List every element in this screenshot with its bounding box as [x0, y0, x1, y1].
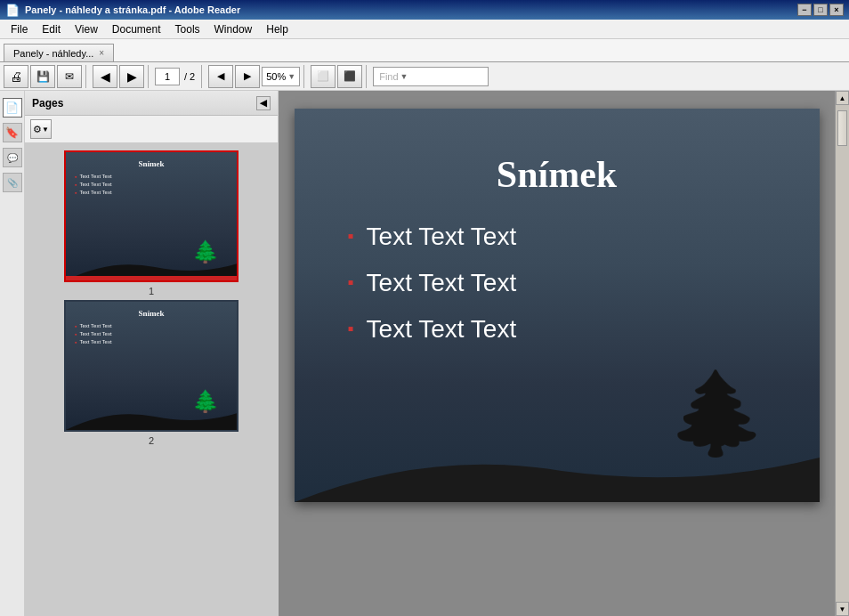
separator-5	[366, 65, 369, 88]
slide-title: Snímek	[295, 109, 820, 223]
page-number-input[interactable]	[155, 68, 180, 85]
toolbar: 🖨 💾 ✉ ◀ ▶ / 2 ◀ ▶ 50% ▼ ⬜ ⬛ Find ▼	[0, 62, 849, 91]
thumb-2-title: Snímek	[66, 302, 237, 318]
sidebar-collapse-button[interactable]: ◀	[256, 96, 271, 110]
thumb-2-bullet-3: Text Text Text	[75, 339, 228, 345]
page-thumb-1[interactable]: Snímek Text Text Text Text Text Text Tex…	[64, 150, 239, 296]
minimize-button[interactable]: −	[797, 4, 812, 16]
separator-3	[201, 65, 205, 88]
back-button[interactable]: ◀	[93, 65, 117, 88]
separator-2	[148, 65, 151, 88]
pdf-slide: Snímek ▪ Text Text Text ▪ Text Text Text…	[295, 109, 820, 502]
menu-window[interactable]: Window	[207, 21, 260, 37]
print-button[interactable]: 🖨	[4, 65, 28, 88]
menu-help[interactable]: Help	[259, 21, 295, 37]
thumb-2-bullets: Text Text Text Text Text Text Text Text …	[66, 318, 237, 353]
document-tab[interactable]: Panely - náhledy... ×	[4, 44, 114, 61]
sidebar-title: Pages	[32, 97, 63, 109]
thumb-1-bullets: Text Text Text Text Text Text Text Text …	[66, 168, 237, 203]
thumb-1-title: Snímek	[66, 152, 237, 168]
gear-icon: ⚙	[33, 124, 42, 135]
page-thumbnail-1[interactable]: Snímek Text Text Text Text Text Text Tex…	[64, 150, 239, 282]
slide-bullet-2: ▪ Text Text Text	[348, 269, 766, 297]
slide-bullet-3: ▪ Text Text Text	[348, 315, 766, 344]
tab-close-button[interactable]: ×	[99, 48, 104, 58]
bookmarks-panel-icon[interactable]: 🔖	[3, 123, 22, 142]
menu-view[interactable]: View	[68, 21, 105, 37]
save-button[interactable]: 💾	[30, 65, 55, 88]
window-controls: − □ ×	[797, 4, 844, 16]
zoom-out-button[interactable]: ◀	[208, 65, 233, 88]
slide-tree: 🌲	[667, 373, 766, 453]
pages-panel[interactable]: Snímek Text Text Text Text Text Text Tex…	[25, 143, 278, 616]
bullet-marker-2: ▪	[348, 272, 354, 293]
thumb-1-bullet-1: Text Text Text	[75, 174, 228, 180]
slide-bullet-1-text: Text Text Text	[367, 223, 517, 251]
left-panel-icons: 📄 🔖 💬 📎	[0, 91, 25, 616]
attachments-panel-icon[interactable]: 📎	[3, 173, 22, 192]
sidebar: Pages ◀ ⚙ ▼ Snímek Text Text Text Text T…	[25, 91, 279, 616]
close-button[interactable]: ×	[829, 4, 844, 16]
thumb-2-tree: 🌲	[192, 391, 219, 412]
separator-4	[303, 65, 307, 88]
email-button[interactable]: ✉	[57, 65, 82, 88]
slide-bullet-1: ▪ Text Text Text	[348, 223, 766, 251]
slide-bullet-2-text: Text Text Text	[367, 269, 517, 297]
vertical-scrollbar[interactable]: ▲ ▼	[835, 91, 849, 616]
menu-tools[interactable]: Tools	[168, 21, 207, 37]
scrollbar-down-button[interactable]: ▼	[836, 602, 849, 616]
zoom-in-button[interactable]: ▶	[235, 65, 260, 88]
main-view[interactable]: Snímek ▪ Text Text Text ▪ Text Text Text…	[279, 91, 835, 616]
menubar: File Edit View Document Tools Window Hel…	[0, 20, 849, 39]
titlebar: 📄 Panely - náhledy a stránka.pdf - Adobe…	[0, 0, 849, 20]
page-thumb-2-label: 2	[149, 435, 154, 446]
fit-page-button[interactable]: ⬜	[311, 65, 336, 88]
find-input-container[interactable]: Find ▼	[373, 67, 489, 86]
gear-dropdown-icon: ▼	[42, 126, 49, 134]
thumb-2-bullet-1: Text Text Text	[75, 323, 228, 329]
slide-bullet-3-text: Text Text Text	[367, 315, 517, 344]
menu-document[interactable]: Document	[105, 21, 168, 37]
pages-panel-icon[interactable]: 📄	[3, 98, 22, 118]
page-thumb-1-label: 1	[149, 286, 154, 296]
sidebar-header: Pages ◀	[25, 91, 278, 116]
tab-label: Panely - náhledy...	[13, 48, 93, 59]
page-thumbnail-2[interactable]: Snímek Text Text Text Text Text Text Tex…	[64, 300, 239, 432]
thumb-slide-1: Snímek Text Text Text Text Text Text Tex…	[66, 152, 237, 280]
fit-width-button[interactable]: ⬛	[337, 65, 362, 88]
sidebar-toolbar: ⚙ ▼	[25, 116, 278, 143]
find-dropdown-icon: ▼	[400, 72, 408, 81]
slide-bullets: ▪ Text Text Text ▪ Text Text Text ▪ Text…	[295, 223, 820, 344]
thumb-1-bullet-2: Text Text Text	[75, 182, 228, 188]
forward-button[interactable]: ▶	[119, 65, 144, 88]
zoom-value: 50%	[266, 71, 286, 82]
zoom-combo[interactable]: 50% ▼	[262, 67, 300, 86]
menu-file[interactable]: File	[4, 21, 35, 37]
bullet-marker-1: ▪	[348, 226, 354, 247]
thumb-1-bullet-3: Text Text Text	[75, 190, 228, 196]
maximize-button[interactable]: □	[813, 4, 828, 16]
app-icon: 📄	[5, 4, 20, 17]
main-area: 📄 🔖 💬 📎 Pages ◀ ⚙ ▼ Snímek	[0, 91, 849, 616]
thumb-2-bullet-2: Text Text Text	[75, 331, 228, 337]
thumb-slide-2: Snímek Text Text Text Text Text Text Tex…	[66, 302, 237, 430]
comments-panel-icon[interactable]: 💬	[3, 148, 22, 167]
window-title: Panely - náhledy a stránka.pdf - Adobe R…	[25, 4, 240, 15]
tabbar: Panely - náhledy... ×	[0, 39, 849, 62]
page-total: / 2	[182, 71, 198, 82]
scrollbar-up-button[interactable]: ▲	[836, 91, 849, 105]
thumb-1-tree: 🌲	[192, 241, 219, 263]
find-placeholder: Find	[379, 71, 398, 82]
scrollbar-thumb[interactable]	[837, 110, 847, 146]
sidebar-options-button[interactable]: ⚙ ▼	[30, 119, 52, 139]
page-thumb-2[interactable]: Snímek Text Text Text Text Text Text Tex…	[64, 300, 239, 446]
bullet-marker-3: ▪	[348, 319, 354, 339]
zoom-dropdown-icon: ▼	[287, 72, 295, 81]
svg-rect-0	[66, 276, 237, 280]
menu-edit[interactable]: Edit	[35, 21, 68, 37]
separator-1	[85, 65, 89, 88]
scrollbar-track[interactable]	[836, 105, 849, 602]
